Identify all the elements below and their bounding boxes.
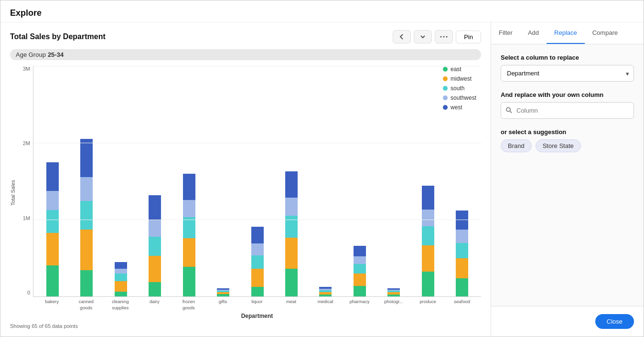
- bar-group: [377, 66, 411, 296]
- column-select[interactable]: Department: [501, 65, 634, 82]
- legend-item: midwest: [443, 75, 476, 82]
- status-bar: Showing 65 of 65 data points: [10, 319, 481, 329]
- chart-legend: eastmidwestsouthsouthwestwest: [443, 66, 476, 111]
- bar-group: [104, 66, 138, 296]
- chip-brand[interactable]: Brand: [501, 139, 532, 152]
- bar-group: [69, 66, 103, 296]
- legend-item: west: [443, 104, 476, 111]
- dropdown-button[interactable]: [414, 30, 432, 43]
- tab-filter[interactable]: Filter: [491, 22, 520, 44]
- chart-title: Total Sales by Department: [10, 32, 106, 41]
- svg-point-1: [443, 36, 445, 38]
- bar-group: [138, 66, 172, 296]
- chip-store-state[interactable]: Store State: [536, 139, 581, 152]
- svg-point-2: [446, 36, 448, 38]
- y-label-1m: 1M: [23, 215, 30, 221]
- search-icon: [505, 106, 512, 115]
- bar-group: [274, 66, 308, 296]
- pin-button[interactable]: Pin: [456, 31, 481, 43]
- filter-tag: Age Group25-34: [10, 49, 481, 60]
- more-options-button[interactable]: [435, 30, 453, 43]
- close-button[interactable]: Close: [595, 314, 634, 329]
- bar-group: [206, 66, 240, 296]
- app-title: Explore: [10, 8, 634, 18]
- y-axis-title: Total Sales: [10, 180, 16, 206]
- replace-section-label: Select a column to replace: [501, 54, 634, 61]
- bar-group: [411, 66, 445, 296]
- svg-point-0: [440, 36, 442, 38]
- y-label-0: 0: [27, 290, 30, 295]
- x-axis-title: Department: [33, 313, 481, 319]
- suggestion-section: or select a suggestion Brand Store State: [501, 128, 634, 152]
- bar-group: [35, 66, 69, 296]
- tab-compare[interactable]: Compare: [585, 22, 625, 44]
- legend-item: southwest: [443, 95, 476, 101]
- tab-add[interactable]: Add: [520, 22, 547, 44]
- suggestion-chips: Brand Store State: [501, 139, 634, 152]
- svg-point-3: [506, 107, 510, 111]
- bar-group: [240, 66, 274, 296]
- bar-group: [343, 66, 376, 296]
- legend-item: east: [443, 66, 476, 73]
- y-label-2m: 2M: [23, 140, 30, 146]
- replace-with-label: And replace with your own column: [501, 91, 634, 98]
- y-label-3m: 3M: [23, 66, 30, 72]
- column-search-input[interactable]: [501, 102, 634, 119]
- suggestion-label: or select a suggestion: [501, 128, 634, 136]
- tab-replace[interactable]: Replace: [547, 22, 585, 44]
- bar-group: [172, 66, 206, 296]
- legend-item: south: [443, 85, 476, 92]
- svg-line-4: [510, 111, 512, 113]
- bar-group: [309, 66, 343, 296]
- back-button[interactable]: [393, 30, 411, 43]
- replace-section: Select a column to replace Department ▾: [501, 54, 634, 82]
- replace-with-section: And replace with your own column: [501, 91, 634, 119]
